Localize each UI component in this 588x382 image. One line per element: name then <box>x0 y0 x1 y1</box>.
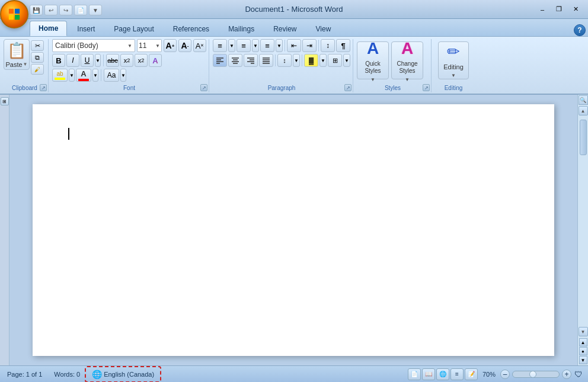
scroll-track[interactable] <box>579 117 587 325</box>
editing-button[interactable]: ✏ Editing ▼ <box>438 41 469 79</box>
undo-button[interactable]: ↩ <box>44 5 57 15</box>
para-separator2 <box>318 40 319 52</box>
print-layout-view-button[interactable]: 📄 <box>408 368 421 380</box>
vertical-scrollbar[interactable]: 🔍 ▲ ▼ ▲ ● ▼ <box>577 95 588 365</box>
paste-button[interactable]: 📋 Paste ▼ <box>4 39 30 70</box>
draft-view-button[interactable]: 📝 <box>465 368 478 380</box>
scroll-thumb[interactable] <box>580 120 587 155</box>
underline-dropdown-button[interactable]: ▼ <box>95 54 101 67</box>
page-info[interactable]: Page: 1 of 1 <box>5 370 44 379</box>
bullets-dropdown-button[interactable]: ▼ <box>228 39 235 52</box>
styles-expand-button[interactable]: ↗ <box>423 84 430 91</box>
next-page-button[interactable]: ▼ <box>579 356 587 364</box>
underline-button[interactable]: U <box>81 54 94 67</box>
tab-references[interactable]: References <box>164 21 218 36</box>
thumbnail-view-icon[interactable]: ⊞ <box>1 97 9 105</box>
outline-view-button[interactable]: ≡ <box>450 368 464 380</box>
language-selector[interactable]: 🌐 English (Canada) <box>90 368 156 380</box>
font-name-selector[interactable]: Calibri (Body) ▼ <box>52 39 135 52</box>
decrease-indent-button[interactable]: ⇤ <box>287 39 301 52</box>
align-left-button[interactable] <box>213 54 227 67</box>
document-page[interactable] <box>33 104 554 356</box>
multilevel-dropdown-button[interactable]: ▼ <box>276 39 283 52</box>
paste-label: Paste <box>5 61 22 68</box>
paragraph-expand-button[interactable]: ↗ <box>344 84 351 91</box>
document-scroll-area[interactable] <box>9 95 577 365</box>
zoom-out-button[interactable]: – <box>500 370 510 379</box>
align-right-button[interactable] <box>244 54 258 67</box>
office-button[interactable] <box>0 0 28 28</box>
font-size-selector[interactable]: 11 ▼ <box>137 39 162 52</box>
select-browse-button[interactable]: ● <box>579 347 587 355</box>
change-case-dropdown-button[interactable]: ▼ <box>120 69 126 82</box>
clipboard-expand-button[interactable]: ↗ <box>40 84 47 91</box>
font-separator2 <box>101 69 101 81</box>
prev-page-button[interactable]: ▲ <box>579 338 587 346</box>
cut-button[interactable]: ✂ <box>31 40 44 51</box>
help-button[interactable]: ? <box>574 24 586 36</box>
bold-button[interactable]: B <box>52 54 65 67</box>
font-color-button[interactable]: A <box>76 69 91 82</box>
clear-format-button[interactable]: A✕ <box>193 39 206 52</box>
font-color-dropdown-button[interactable]: ▼ <box>92 69 98 82</box>
tab-home[interactable]: Home <box>30 21 67 36</box>
increase-indent-button[interactable]: ⇥ <box>302 39 317 52</box>
font-group: Calibri (Body) ▼ 11 ▼ A+ A- A✕ <box>50 39 209 92</box>
borders-dropdown-button[interactable]: ▼ <box>343 54 350 67</box>
new-file-button[interactable]: 📄 <box>74 5 87 15</box>
grow-font-button[interactable]: A+ <box>164 39 177 52</box>
font-expand-button[interactable]: ↗ <box>200 84 207 91</box>
status-right-area: 📄 📖 🌐 ≡ 📝 70% – + 🛡 <box>408 368 583 380</box>
tab-review[interactable]: Review <box>264 21 305 36</box>
tab-insert[interactable]: Insert <box>68 21 104 36</box>
shrink-font-button[interactable]: A- <box>178 39 191 52</box>
line-spacing-dropdown-button[interactable]: ▼ <box>293 54 300 67</box>
shading-button[interactable]: ▓ <box>304 54 318 67</box>
words-info[interactable]: Words: 0 <box>52 370 82 379</box>
align-left-icon <box>216 56 224 65</box>
format-painter-button[interactable]: 🖌 <box>31 64 44 75</box>
tab-page-layout[interactable]: Page Layout <box>105 21 162 36</box>
line-spacing-button[interactable]: ↕ <box>277 54 292 67</box>
numbering-button[interactable]: ≡ <box>237 39 251 52</box>
close-button[interactable]: ✕ <box>568 4 583 15</box>
text-highlight-color-button[interactable]: ab <box>52 69 68 82</box>
superscript-button[interactable]: x2 <box>135 54 148 67</box>
subscript-button[interactable]: x2 <box>120 54 133 67</box>
italic-button[interactable]: I <box>66 54 79 67</box>
scroll-up-button[interactable]: ▲ <box>579 106 588 115</box>
save-button[interactable]: 💾 <box>30 5 43 15</box>
copy-button[interactable]: ⧉ <box>31 52 44 63</box>
full-screen-view-button[interactable]: 📖 <box>422 368 435 380</box>
shading-dropdown-button[interactable]: ▼ <box>319 54 327 67</box>
align-center-button[interactable] <box>228 54 242 67</box>
tab-mailings[interactable]: Mailings <box>219 21 263 36</box>
quick-styles-button[interactable]: A QuickStyles ▼ <box>357 41 389 79</box>
tab-view[interactable]: View <box>307 21 340 36</box>
scroll-zoom-icon[interactable]: 🔍 <box>579 95 588 105</box>
scroll-down-button[interactable]: ▼ <box>579 327 588 336</box>
change-styles-button[interactable]: A ChangeStyles ▼ <box>391 41 423 79</box>
justify-button[interactable] <box>259 54 273 67</box>
borders-button[interactable]: ⊞ <box>328 54 342 67</box>
redo-button[interactable]: ↪ <box>59 5 72 15</box>
language-icon: 🌐 <box>92 370 102 379</box>
restore-button[interactable]: ❐ <box>551 4 567 15</box>
zoom-in-button[interactable]: + <box>562 370 571 379</box>
show-formatting-button[interactable]: ¶ <box>336 39 350 52</box>
bullets-button[interactable]: ≡ <box>213 39 227 52</box>
change-case-button[interactable]: Aa <box>104 69 119 82</box>
zoom-slider-thumb[interactable] <box>529 371 536 378</box>
ribbon-content: 📋 Paste ▼ ✂ ⧉ 🖌 Clipboard ↗ <box>0 37 588 94</box>
minimize-button[interactable]: – <box>535 4 550 15</box>
zoom-slider[interactable] <box>512 371 560 378</box>
web-layout-view-button[interactable]: 🌐 <box>436 368 449 380</box>
qat-dropdown-button[interactable]: ▼ <box>89 5 102 15</box>
numbering-dropdown-button[interactable]: ▼ <box>252 39 259 52</box>
highlight-dropdown-button[interactable]: ▼ <box>69 69 75 82</box>
strikethrough-button[interactable]: abc <box>106 54 119 67</box>
sort-button[interactable]: ↕ <box>321 39 335 52</box>
text-effects-button[interactable]: A <box>149 54 162 67</box>
title-bar: 💾 ↩ ↪ 📄 ▼ Document1 - Microsoft Word – ❐… <box>0 0 588 19</box>
multilevel-list-button[interactable]: ≡ <box>260 39 274 52</box>
